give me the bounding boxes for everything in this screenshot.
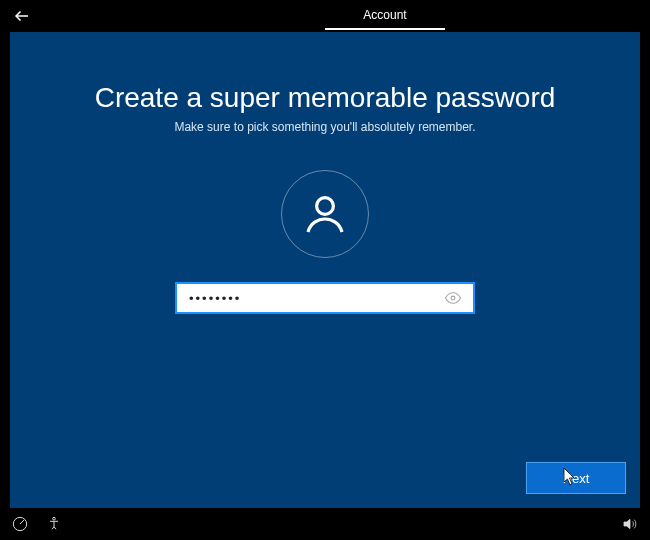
password-field-container [175,282,475,314]
back-arrow-icon [13,7,31,25]
avatar [281,170,369,258]
ease-of-access-button[interactable] [8,512,32,536]
page-title: Create a super memorable password [95,82,556,114]
svg-point-2 [451,296,455,300]
reveal-password-button[interactable] [441,286,465,310]
user-icon [301,190,349,238]
tab-account[interactable]: Account [325,2,445,30]
svg-point-4 [53,517,56,520]
eye-icon [444,289,462,307]
step-tabs: Account [265,2,385,30]
next-button[interactable]: Next [526,462,626,494]
svg-point-1 [317,198,334,215]
volume-button[interactable] [618,512,642,536]
ease-of-access-icon [12,516,28,532]
bottom-bar [0,508,650,540]
volume-icon [622,516,638,532]
next-button-label: Next [563,471,590,486]
title-bar: Account [0,0,650,32]
accessibility-icon [46,516,62,532]
password-input[interactable] [189,291,441,306]
main-panel: Create a super memorable password Make s… [10,32,640,508]
back-button[interactable] [0,0,44,32]
accessibility-button[interactable] [42,512,66,536]
page-subtitle: Make sure to pick something you'll absol… [174,120,475,134]
